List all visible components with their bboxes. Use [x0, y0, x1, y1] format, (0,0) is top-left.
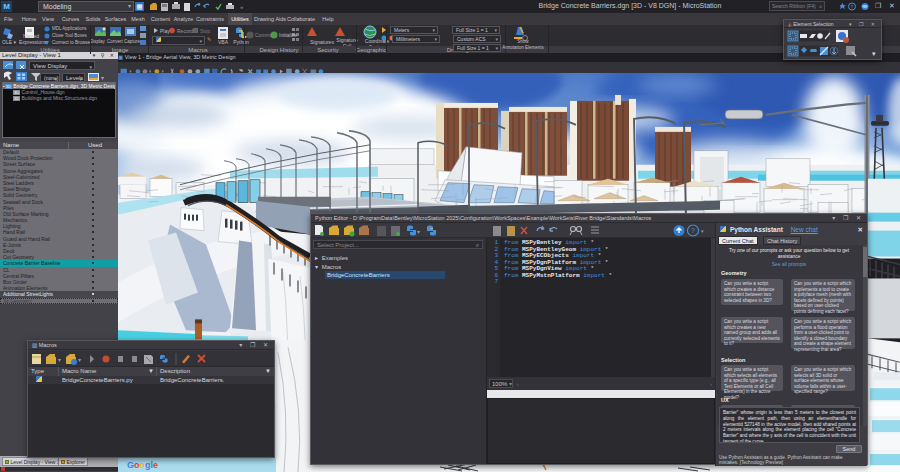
- svg-text:▾: ▾: [58, 357, 61, 363]
- svg-text:▾: ▾: [417, 229, 420, 235]
- svg-text:»: »: [240, 4, 244, 10]
- svg-text:▾: ▾: [701, 228, 704, 234]
- svg-text:▦: ▦: [136, 3, 143, 10]
- svg-text:Google: Google: [127, 460, 158, 470]
- svg-text:?: ?: [851, 4, 854, 10]
- svg-text:?: ?: [691, 227, 695, 234]
- svg-text:▾: ▾: [872, 50, 876, 57]
- svg-text:▾: ▾: [78, 357, 81, 363]
- svg-text:▾: ▾: [101, 75, 104, 81]
